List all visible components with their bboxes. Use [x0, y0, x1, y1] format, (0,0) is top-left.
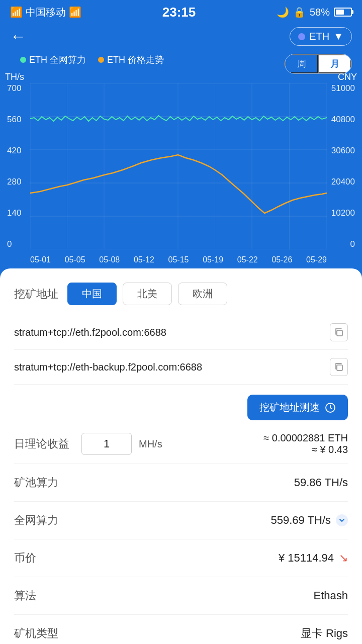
region-northamerica[interactable]: 北美 [123, 283, 172, 305]
eth-label: ETH [309, 31, 329, 42]
earnings-cny: ≈ ¥ 0.43 [263, 444, 348, 455]
copy-button-2[interactable] [330, 358, 348, 376]
pool-hashrate-number: 59.86 TH/s [294, 476, 348, 489]
hashrate-dot [20, 57, 26, 63]
coin-price-number: ¥ 15114.94 [279, 551, 334, 565]
x-label-0519: 05-19 [203, 255, 223, 264]
hashrate-label: ETH 全网算力 [29, 54, 86, 66]
chart-legend: ETH 全网算力 ETH 价格走势 [10, 54, 174, 70]
x-label-0515: 05-15 [168, 255, 189, 264]
earnings-values: ≈ 0.00002881 ETH ≈ ¥ 0.43 [263, 432, 348, 455]
x-label-0529: 05-29 [306, 255, 327, 264]
svg-rect-15 [337, 330, 342, 336]
server-row-2: stratum+tcp://eth-backup.f2pool.com:6688 [14, 350, 348, 385]
earnings-eth: ≈ 0.00002881 ETH [263, 432, 348, 444]
y-right-40800: 40800 [331, 115, 355, 125]
y-left-140: 140 [7, 208, 21, 218]
price-dot [98, 57, 104, 63]
eth-logo-dot [298, 33, 305, 40]
carrier-name: 中国移动 [26, 6, 66, 19]
x-label-0522: 05-22 [237, 255, 258, 264]
y-left-420: 420 [7, 146, 21, 156]
speed-test-icon [325, 402, 336, 413]
network-hashrate-number: 559.69 TH/s [271, 514, 331, 527]
expand-icon[interactable] [336, 514, 348, 526]
algorithm-key: 算法 [14, 588, 36, 603]
earnings-label: 日理论收益 [14, 436, 74, 451]
earnings-row: 日理论收益 MH/s ≈ 0.00002881 ETH ≈ ¥ 0.43 [14, 420, 348, 464]
pool-hashrate-val: 59.86 TH/s [294, 476, 348, 489]
mining-address-section: 挖矿地址 中国 北美 欧洲 [14, 283, 348, 305]
x-label-0526: 05-26 [272, 255, 292, 264]
status-left: 📶 中国移动 📶 [10, 6, 81, 19]
server-row-1: stratum+tcp://eth.f2pool.com:6688 [14, 315, 348, 350]
x-labels: 05-01 05-05 05-08 05-12 05-15 05-19 05-2… [30, 249, 327, 264]
y-left-0: 0 [7, 239, 12, 249]
algorithm-row: 算法 Ethash [14, 577, 348, 615]
copy-button-1[interactable] [330, 323, 348, 341]
header: ← ETH ▼ [0, 22, 362, 54]
status-right: 🌙 🔒 58% [277, 6, 352, 18]
back-button[interactable]: ← [10, 27, 26, 46]
legend-hashrate: ETH 全网算力 [20, 54, 86, 66]
x-label-0512: 05-12 [134, 255, 154, 264]
coin-price-key: 币价 [14, 550, 36, 566]
y-right-0: 0 [350, 239, 355, 249]
pool-hashrate-key: 矿池算力 [14, 475, 58, 490]
x-label-0505: 05-05 [65, 255, 85, 264]
y-axis-left-label: TH/s [5, 72, 24, 82]
network-hashrate-row: 全网算力 559.69 TH/s [14, 502, 348, 539]
y-labels-left: 700 560 420 280 140 0 [5, 83, 30, 249]
miner-type-key: 矿机类型 [14, 626, 58, 641]
hashrate-input[interactable] [81, 433, 132, 455]
region-europe[interactable]: 欧洲 [178, 283, 227, 305]
battery-percent: 58% [310, 7, 330, 18]
week-button[interactable]: 周 [285, 54, 318, 73]
speed-test-row: 挖矿地址测速 [14, 395, 348, 420]
time-filter[interactable]: 周 月 [285, 54, 352, 74]
chart-container: 700 560 420 280 140 0 51000 40800 30600 … [5, 83, 357, 264]
legend-price: ETH 价格走势 [98, 54, 164, 66]
miner-type-val: 显卡 Rigs [301, 626, 348, 641]
algorithm-val: Ethash [314, 589, 348, 602]
speed-test-label: 挖矿地址测速 [259, 401, 320, 414]
y-labels-right: 51000 40800 30600 20400 10200 0 [327, 83, 357, 249]
server-url-2: stratum+tcp://eth-backup.f2pool.com:6688 [14, 361, 202, 373]
price-down-icon: ↘ [339, 551, 348, 565]
eth-selector[interactable]: ETH ▼ [290, 27, 352, 46]
y-right-20400: 20400 [331, 177, 355, 187]
coin-price-row: 币价 ¥ 15114.94 ↘ [14, 539, 348, 577]
miner-type-name: 显卡 Rigs [301, 626, 348, 641]
signal-icon: 📶 [10, 6, 23, 18]
pool-hashrate-row: 矿池算力 59.86 TH/s [14, 464, 348, 502]
region-buttons: 中国 北美 欧洲 [67, 283, 227, 305]
dropdown-icon: ▼ [333, 31, 343, 42]
region-china[interactable]: 中国 [67, 283, 117, 305]
network-hashrate-val[interactable]: 559.69 TH/s [271, 514, 348, 527]
status-time: 23:15 [162, 5, 196, 20]
lock-icon: 🔒 [293, 6, 306, 18]
x-label-0501: 05-01 [30, 255, 51, 264]
month-button[interactable]: 月 [318, 54, 351, 73]
wifi-icon: 📶 [69, 6, 81, 18]
coin-price-val: ¥ 15114.94 ↘ [279, 551, 348, 565]
speed-test-button[interactable]: 挖矿地址测速 [247, 395, 348, 420]
svg-rect-16 [337, 365, 342, 371]
y-left-280: 280 [7, 177, 21, 187]
status-bar: 📶 中国移动 📶 23:15 🌙 🔒 58% [0, 0, 362, 22]
y-right-51000: 51000 [331, 83, 355, 94]
bottom-card: 挖矿地址 中国 北美 欧洲 stratum+tcp://eth.f2pool.c… [0, 268, 362, 644]
y-left-560: 560 [7, 115, 21, 125]
miner-type-row: 矿机类型 显卡 Rigs [14, 615, 348, 644]
price-label: ETH 价格走势 [107, 54, 164, 66]
chart-svg [30, 83, 327, 249]
y-right-10200: 10200 [331, 208, 355, 218]
battery-fill [336, 10, 344, 15]
battery-icon [334, 8, 352, 17]
server-url-1: stratum+tcp://eth.f2pool.com:6688 [14, 327, 166, 338]
y-left-700: 700 [7, 83, 21, 94]
moon-icon: 🌙 [277, 6, 289, 18]
algorithm-name: Ethash [314, 589, 348, 602]
x-label-0508: 05-08 [99, 255, 120, 264]
network-hashrate-key: 全网算力 [14, 513, 58, 528]
